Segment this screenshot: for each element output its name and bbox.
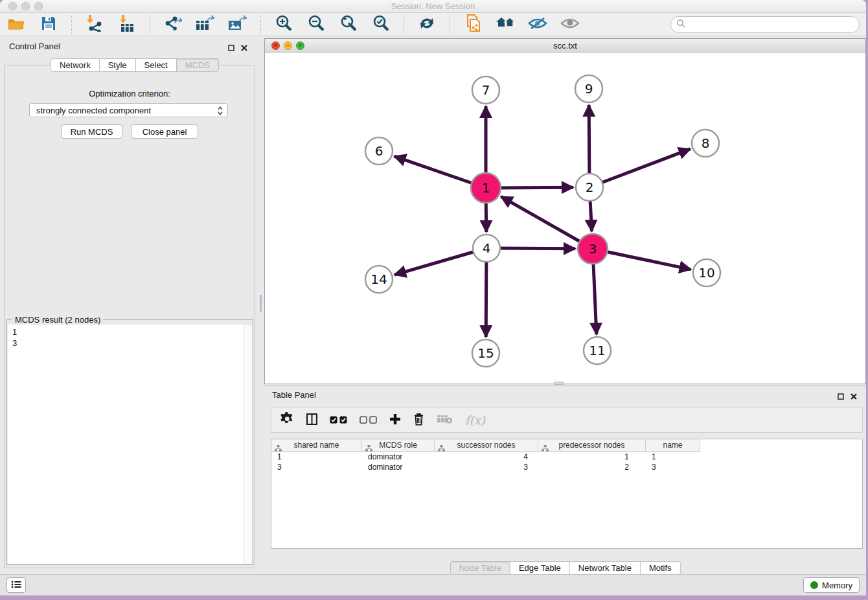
import-table-button[interactable]	[117, 15, 137, 34]
table-cell[interactable]: 3	[271, 462, 362, 472]
zoom-out-icon	[308, 15, 325, 34]
tab-node-table[interactable]: Node Table	[450, 561, 510, 575]
horizontal-splitter-handle[interactable]	[554, 382, 564, 385]
table-cell[interactable]: 4	[435, 452, 538, 462]
mcds-result-item[interactable]: 1	[12, 327, 244, 338]
network-frame-titlebar[interactable]: × − + scc.txt	[265, 39, 865, 52]
search-icon	[676, 19, 685, 30]
zoom-in-button[interactable]	[274, 15, 293, 34]
column-header-predecessor-nodes[interactable]: predecessor nodes	[538, 439, 646, 452]
node-label-11: 11	[589, 343, 605, 358]
toolbar-separator	[404, 16, 404, 34]
close-table-panel-icon[interactable]	[851, 391, 857, 402]
clone-network-button[interactable]	[463, 15, 483, 34]
tab-style[interactable]: Style	[100, 58, 136, 72]
zoom-fit-button[interactable]	[339, 15, 358, 34]
houses-icon	[495, 16, 516, 34]
tab-mcds[interactable]: MCDS	[177, 58, 219, 72]
table-cell[interactable]: 1	[646, 452, 700, 462]
table-cell[interactable]: dominator	[362, 462, 435, 472]
control-panel-title: Control Panel	[9, 41, 60, 51]
zoom-selected-button[interactable]	[371, 15, 391, 34]
close-panel-button[interactable]: Close panel	[131, 124, 198, 139]
run-mcds-button[interactable]: Run MCDS	[61, 124, 122, 139]
edge-3-1[interactable]	[501, 196, 593, 249]
network-frame: × − + scc.txt 7968124314101511	[264, 38, 866, 384]
tab-select[interactable]: Select	[136, 58, 177, 72]
apply-layout-button[interactable]	[417, 15, 437, 34]
zoom-in-icon	[275, 15, 292, 34]
import-network-button[interactable]	[85, 15, 104, 34]
memory-label: Memory	[822, 581, 852, 590]
table-cell[interactable]: 3	[646, 462, 700, 472]
export-image-button[interactable]	[228, 15, 247, 34]
tab-edge-table[interactable]: Edge Table	[510, 561, 570, 575]
unselect-all-columns-button[interactable]	[360, 415, 377, 426]
node-label-15: 15	[477, 345, 494, 361]
open-folder-icon	[8, 16, 25, 33]
table-row[interactable]: 3dominator323	[271, 462, 862, 472]
tab-network-table[interactable]: Network Table	[570, 561, 641, 575]
zoom-fit-icon	[340, 15, 357, 34]
tab-network[interactable]: Network	[51, 58, 100, 72]
export-table-icon	[196, 15, 215, 34]
table-cell[interactable]: 1	[538, 452, 646, 462]
column-header-shared-name[interactable]: shared name	[271, 439, 362, 452]
export-table-button[interactable]	[196, 15, 215, 34]
mcds-result-fieldset: MCDS result (2 nodes) 13	[6, 319, 253, 565]
hide-selected-button[interactable]	[528, 15, 547, 34]
select-all-columns-button[interactable]	[330, 415, 347, 426]
create-column-button[interactable]	[389, 413, 401, 428]
node-label-4: 4	[483, 240, 491, 256]
zoom-out-button[interactable]	[306, 15, 326, 34]
save-session-button[interactable]	[39, 15, 58, 34]
mcds-result-scrollbar[interactable]	[244, 325, 252, 564]
memory-button[interactable]: Memory	[803, 577, 860, 593]
table-row[interactable]: 1dominator411	[271, 452, 862, 462]
show-all-networks-button[interactable]	[496, 15, 515, 34]
search-field[interactable]	[670, 16, 860, 33]
delete-table-button-disabled	[437, 414, 453, 426]
optimization-criterion-label: Optimization criterion:	[4, 89, 255, 98]
column-header-successor-nodes[interactable]: successor nodes	[435, 439, 538, 452]
search-input[interactable]	[689, 20, 859, 30]
float-panel-icon[interactable]	[228, 42, 234, 54]
node-table[interactable]: shared nameMCDS rolesuccessor nodesprede…	[271, 439, 863, 549]
mcds-result-item[interactable]: 3	[12, 338, 244, 349]
show-column-panel-button[interactable]	[306, 413, 317, 428]
node-label-10: 10	[698, 265, 714, 281]
node-label-14: 14	[371, 271, 387, 287]
table-cell[interactable]: 2	[538, 462, 646, 472]
show-hidden-button[interactable]	[560, 15, 580, 34]
export-network-button[interactable]	[163, 15, 183, 34]
table-cell[interactable]: 3	[435, 462, 538, 472]
criterion-select[interactable]: strongly connected component	[29, 103, 228, 117]
column-header-MCDS-role[interactable]: MCDS role	[362, 439, 435, 452]
select-chevron-icon	[217, 106, 223, 118]
column-header-name[interactable]: name	[646, 439, 700, 452]
mcds-result-area: 13	[8, 325, 252, 564]
close-panel-icon[interactable]	[241, 42, 247, 54]
delete-column-button[interactable]	[413, 413, 424, 428]
export-image-icon	[228, 15, 247, 34]
edge-2-8[interactable]	[589, 149, 691, 187]
open-session-button[interactable]	[6, 15, 26, 34]
node-label-3: 3	[589, 241, 597, 257]
table-panel-tabs: Node TableEdge TableNetwork TableMotifs	[450, 561, 680, 575]
node-label-6: 6	[375, 143, 383, 159]
table-settings-button[interactable]	[280, 412, 294, 428]
node-label-9: 9	[585, 81, 593, 97]
table-cell[interactable]: dominator	[362, 452, 435, 462]
task-history-button[interactable]	[6, 577, 26, 593]
zoom-selected-icon	[372, 15, 389, 34]
copy-network-icon	[464, 14, 481, 35]
vertical-splitter-handle[interactable]	[260, 295, 262, 312]
criterion-value: strongly connected component	[36, 106, 151, 115]
export-network-icon	[164, 15, 182, 34]
tab-motifs[interactable]: Motifs	[641, 561, 681, 575]
table-panel: Table Panel f(x) shared nameMCDS rolesuc…	[264, 386, 866, 574]
table-cell[interactable]: 1	[271, 452, 362, 462]
node-label-1: 1	[482, 180, 490, 196]
float-table-panel-icon[interactable]	[838, 391, 844, 402]
network-canvas[interactable]: 7968124314101511	[265, 52, 865, 380]
